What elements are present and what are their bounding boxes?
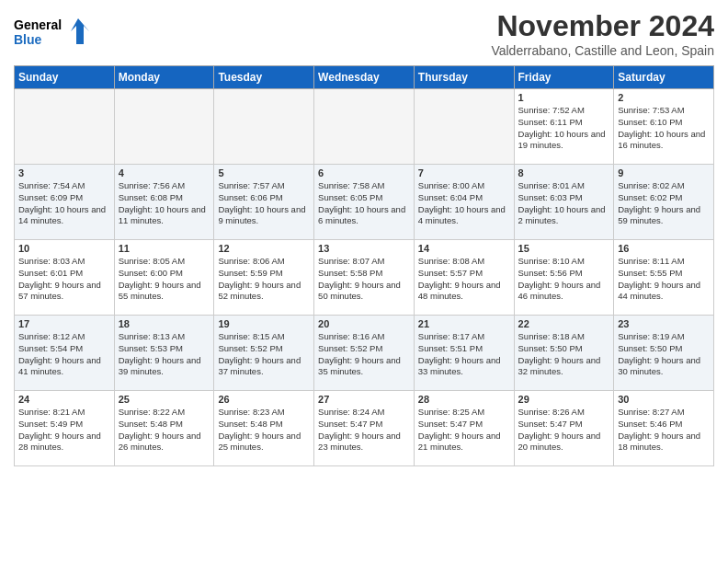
calendar-day-cell bbox=[15, 89, 115, 165]
day-number: 11 bbox=[119, 243, 210, 254]
day-info: Sunrise: 8:27 AM Sunset: 5:46 PM Dayligh… bbox=[618, 407, 710, 454]
day-number: 10 bbox=[18, 243, 110, 254]
day-number: 26 bbox=[218, 394, 310, 405]
weekday-header-thursday: Thursday bbox=[414, 66, 514, 89]
day-info: Sunrise: 7:57 AM Sunset: 6:06 PM Dayligh… bbox=[218, 180, 310, 227]
svg-marker-2 bbox=[71, 18, 89, 44]
day-number: 21 bbox=[418, 318, 510, 329]
day-info: Sunrise: 8:13 AM Sunset: 5:53 PM Dayligh… bbox=[119, 331, 210, 378]
calendar-day-cell bbox=[314, 89, 415, 165]
calendar-day-cell: 14Sunrise: 8:08 AM Sunset: 5:57 PM Dayli… bbox=[414, 240, 514, 316]
day-info: Sunrise: 8:07 AM Sunset: 5:58 PM Dayligh… bbox=[318, 256, 410, 303]
day-number: 29 bbox=[518, 394, 610, 405]
calendar-day-cell: 1Sunrise: 7:52 AM Sunset: 6:11 PM Daylig… bbox=[514, 89, 614, 165]
calendar-day-cell: 6Sunrise: 7:58 AM Sunset: 6:05 PM Daylig… bbox=[314, 165, 415, 240]
weekday-header-monday: Monday bbox=[114, 66, 214, 89]
calendar-day-cell bbox=[114, 89, 214, 165]
day-info: Sunrise: 7:58 AM Sunset: 6:05 PM Dayligh… bbox=[318, 180, 410, 227]
day-number: 23 bbox=[618, 318, 710, 329]
day-info: Sunrise: 7:52 AM Sunset: 6:11 PM Dayligh… bbox=[518, 105, 610, 152]
day-info: Sunrise: 7:53 AM Sunset: 6:10 PM Dayligh… bbox=[618, 105, 710, 152]
day-number: 12 bbox=[218, 243, 310, 254]
calendar-day-cell: 21Sunrise: 8:17 AM Sunset: 5:51 PM Dayli… bbox=[414, 316, 514, 391]
day-number: 17 bbox=[18, 318, 110, 329]
day-number: 8 bbox=[518, 167, 610, 178]
day-info: Sunrise: 8:26 AM Sunset: 5:47 PM Dayligh… bbox=[518, 407, 610, 454]
day-info: Sunrise: 8:18 AM Sunset: 5:50 PM Dayligh… bbox=[518, 331, 610, 378]
calendar-day-cell: 24Sunrise: 8:21 AM Sunset: 5:49 PM Dayli… bbox=[15, 391, 115, 466]
calendar-day-cell: 29Sunrise: 8:26 AM Sunset: 5:47 PM Dayli… bbox=[514, 391, 614, 466]
calendar-week-row: 24Sunrise: 8:21 AM Sunset: 5:49 PM Dayli… bbox=[15, 391, 714, 466]
calendar-day-cell bbox=[214, 89, 314, 165]
day-info: Sunrise: 8:11 AM Sunset: 5:55 PM Dayligh… bbox=[618, 256, 710, 303]
day-info: Sunrise: 8:19 AM Sunset: 5:50 PM Dayligh… bbox=[618, 331, 710, 378]
day-number: 16 bbox=[618, 243, 710, 254]
calendar-day-cell bbox=[414, 89, 514, 165]
day-info: Sunrise: 8:10 AM Sunset: 5:56 PM Dayligh… bbox=[518, 256, 610, 303]
calendar-day-cell: 13Sunrise: 8:07 AM Sunset: 5:58 PM Dayli… bbox=[314, 240, 415, 316]
day-number: 22 bbox=[518, 318, 610, 329]
day-number: 6 bbox=[318, 167, 410, 178]
weekday-header-wednesday: Wednesday bbox=[314, 66, 415, 89]
weekday-header-tuesday: Tuesday bbox=[214, 66, 314, 89]
day-number: 14 bbox=[418, 243, 510, 254]
day-info: Sunrise: 8:24 AM Sunset: 5:47 PM Dayligh… bbox=[318, 407, 410, 454]
day-info: Sunrise: 8:01 AM Sunset: 6:03 PM Dayligh… bbox=[518, 180, 610, 227]
day-number: 25 bbox=[119, 394, 210, 405]
day-number: 3 bbox=[18, 167, 110, 178]
day-number: 1 bbox=[518, 92, 610, 103]
calendar-day-cell: 2Sunrise: 7:53 AM Sunset: 6:10 PM Daylig… bbox=[614, 89, 714, 165]
day-number: 4 bbox=[119, 167, 210, 178]
day-number: 2 bbox=[618, 92, 710, 103]
day-number: 13 bbox=[318, 243, 410, 254]
svg-text:General: General bbox=[14, 17, 62, 32]
calendar-day-cell: 16Sunrise: 8:11 AM Sunset: 5:55 PM Dayli… bbox=[614, 240, 714, 316]
day-number: 27 bbox=[318, 394, 410, 405]
day-number: 24 bbox=[18, 394, 110, 405]
calendar-day-cell: 27Sunrise: 8:24 AM Sunset: 5:47 PM Dayli… bbox=[314, 391, 415, 466]
day-number: 19 bbox=[218, 318, 310, 329]
day-number: 5 bbox=[218, 167, 310, 178]
calendar-week-row: 10Sunrise: 8:03 AM Sunset: 6:01 PM Dayli… bbox=[15, 240, 714, 316]
svg-text:Blue: Blue bbox=[14, 32, 42, 47]
day-info: Sunrise: 7:56 AM Sunset: 6:08 PM Dayligh… bbox=[119, 180, 210, 227]
calendar-day-cell: 10Sunrise: 8:03 AM Sunset: 6:01 PM Dayli… bbox=[15, 240, 115, 316]
day-number: 7 bbox=[418, 167, 510, 178]
header: General Blue November 2024 Valderrabano,… bbox=[14, 9, 714, 58]
weekday-header-friday: Friday bbox=[514, 66, 614, 89]
weekday-header-sunday: Sunday bbox=[15, 66, 115, 89]
day-info: Sunrise: 8:05 AM Sunset: 6:00 PM Dayligh… bbox=[119, 256, 210, 303]
calendar-day-cell: 11Sunrise: 8:05 AM Sunset: 6:00 PM Dayli… bbox=[114, 240, 214, 316]
day-info: Sunrise: 8:21 AM Sunset: 5:49 PM Dayligh… bbox=[18, 407, 110, 454]
calendar-day-cell: 17Sunrise: 8:12 AM Sunset: 5:54 PM Dayli… bbox=[15, 316, 115, 391]
calendar-day-cell: 23Sunrise: 8:19 AM Sunset: 5:50 PM Dayli… bbox=[614, 316, 714, 391]
day-info: Sunrise: 7:54 AM Sunset: 6:09 PM Dayligh… bbox=[18, 180, 110, 227]
calendar-week-row: 3Sunrise: 7:54 AM Sunset: 6:09 PM Daylig… bbox=[15, 165, 714, 240]
calendar-day-cell: 12Sunrise: 8:06 AM Sunset: 5:59 PM Dayli… bbox=[214, 240, 314, 316]
logo: General Blue bbox=[14, 15, 97, 56]
day-number: 9 bbox=[618, 167, 710, 178]
day-info: Sunrise: 8:08 AM Sunset: 5:57 PM Dayligh… bbox=[418, 256, 510, 303]
day-info: Sunrise: 8:00 AM Sunset: 6:04 PM Dayligh… bbox=[418, 180, 510, 227]
calendar-table: SundayMondayTuesdayWednesdayThursdayFrid… bbox=[14, 65, 714, 466]
title-area: November 2024 Valderrabano, Castille and… bbox=[491, 9, 714, 58]
calendar-day-cell: 4Sunrise: 7:56 AM Sunset: 6:08 PM Daylig… bbox=[114, 165, 214, 240]
day-info: Sunrise: 8:03 AM Sunset: 6:01 PM Dayligh… bbox=[18, 256, 110, 303]
calendar-day-cell: 28Sunrise: 8:25 AM Sunset: 5:47 PM Dayli… bbox=[414, 391, 514, 466]
calendar-day-cell: 26Sunrise: 8:23 AM Sunset: 5:48 PM Dayli… bbox=[214, 391, 314, 466]
calendar-day-cell: 5Sunrise: 7:57 AM Sunset: 6:06 PM Daylig… bbox=[214, 165, 314, 240]
day-info: Sunrise: 8:12 AM Sunset: 5:54 PM Dayligh… bbox=[18, 331, 110, 378]
day-number: 15 bbox=[518, 243, 610, 254]
calendar-day-cell: 22Sunrise: 8:18 AM Sunset: 5:50 PM Dayli… bbox=[514, 316, 614, 391]
day-number: 20 bbox=[318, 318, 410, 329]
day-info: Sunrise: 8:02 AM Sunset: 6:02 PM Dayligh… bbox=[618, 180, 710, 227]
calendar-day-cell: 25Sunrise: 8:22 AM Sunset: 5:48 PM Dayli… bbox=[114, 391, 214, 466]
day-info: Sunrise: 8:22 AM Sunset: 5:48 PM Dayligh… bbox=[119, 407, 210, 454]
day-info: Sunrise: 8:23 AM Sunset: 5:48 PM Dayligh… bbox=[218, 407, 310, 454]
calendar-day-cell: 20Sunrise: 8:16 AM Sunset: 5:52 PM Dayli… bbox=[314, 316, 415, 391]
day-info: Sunrise: 8:15 AM Sunset: 5:52 PM Dayligh… bbox=[218, 331, 310, 378]
calendar-day-cell: 3Sunrise: 7:54 AM Sunset: 6:09 PM Daylig… bbox=[15, 165, 115, 240]
calendar-day-cell: 7Sunrise: 8:00 AM Sunset: 6:04 PM Daylig… bbox=[414, 165, 514, 240]
calendar-day-cell: 18Sunrise: 8:13 AM Sunset: 5:53 PM Dayli… bbox=[114, 316, 214, 391]
day-number: 28 bbox=[418, 394, 510, 405]
